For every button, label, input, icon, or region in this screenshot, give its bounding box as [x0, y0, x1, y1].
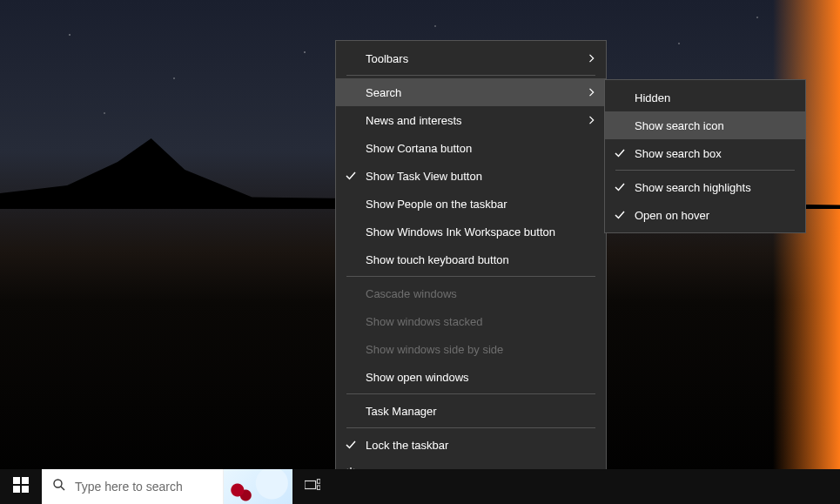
search-icon [52, 478, 66, 495]
menu-item-label: Show search box [635, 147, 722, 160]
task-view-button[interactable] [292, 469, 333, 504]
search-submenu: Hidden Show search icon Show search box … [604, 79, 806, 233]
menu-separator [346, 393, 595, 394]
menu-item-label: Show windows stacked [366, 315, 482, 328]
menu-item-search[interactable]: Search [336, 78, 606, 106]
menu-item-label: Task Manager [366, 405, 437, 418]
windows-logo-icon [13, 477, 29, 496]
menu-item-news-and-interests[interactable]: News and interests [336, 106, 606, 134]
svg-rect-4 [22, 486, 29, 493]
chevron-right-icon [588, 54, 595, 63]
menu-item-label: Show Cortana button [366, 142, 472, 155]
menu-item-label: News and interests [366, 114, 462, 127]
menu-item-toolbars[interactable]: Toolbars [336, 44, 606, 72]
menu-item-show-windows-side-by-side: Show windows side by side [336, 335, 606, 363]
svg-rect-7 [305, 481, 316, 489]
checkmark-icon [345, 439, 357, 451]
menu-item-cascade-windows: Cascade windows [336, 279, 606, 307]
menu-item-lock-taskbar[interactable]: Lock the taskbar [336, 431, 606, 459]
menu-separator [346, 75, 595, 76]
menu-item-label: Cascade windows [366, 287, 457, 300]
menu-item-show-people[interactable]: Show People on the taskbar [336, 190, 606, 218]
svg-rect-8 [317, 480, 320, 484]
menu-item-show-ink-workspace[interactable]: Show Windows Ink Workspace button [336, 218, 606, 245]
start-button[interactable] [0, 469, 42, 504]
taskbar-context-menu: Toolbars Search News and interests Show … [335, 40, 607, 491]
menu-item-label: Show open windows [366, 371, 469, 384]
menu-item-label: Hidden [635, 91, 670, 104]
taskbar: Type here to search [0, 469, 840, 504]
menu-item-label: Show Windows Ink Workspace button [366, 225, 555, 239]
svg-rect-2 [22, 477, 29, 484]
menu-item-task-manager[interactable]: Task Manager [336, 397, 606, 425]
svg-rect-1 [13, 477, 20, 484]
checkmark-icon [614, 209, 626, 221]
menu-item-label: Show windows side by side [366, 343, 503, 356]
menu-item-show-cortana-button[interactable]: Show Cortana button [336, 134, 606, 162]
submenu-item-hidden[interactable]: Hidden [605, 84, 805, 111]
checkmark-icon [345, 170, 357, 182]
menu-item-label: Show Task View button [366, 170, 482, 183]
menu-separator [346, 427, 595, 428]
menu-item-show-task-view-button[interactable]: Show Task View button [336, 162, 606, 190]
search-highlights-art[interactable] [223, 469, 292, 504]
taskbar-search-box[interactable]: Type here to search [42, 469, 292, 504]
menu-item-show-touch-keyboard[interactable]: Show touch keyboard button [336, 245, 606, 273]
task-view-icon [305, 479, 320, 494]
submenu-item-show-search-box[interactable]: Show search box [605, 139, 805, 167]
search-placeholder: Type here to search [75, 480, 183, 494]
checkmark-icon [614, 147, 626, 159]
menu-item-label: Show search highlights [635, 181, 751, 194]
menu-separator [615, 170, 795, 171]
menu-item-label: Show search icon [635, 119, 724, 132]
menu-item-show-windows-stacked: Show windows stacked [336, 307, 606, 335]
chevron-right-icon [588, 116, 595, 124]
menu-item-show-open-windows[interactable]: Show open windows [336, 363, 606, 391]
menu-item-label: Show touch keyboard button [366, 253, 509, 266]
svg-point-5 [54, 480, 62, 487]
menu-item-label: Toolbars [366, 52, 408, 65]
menu-item-label: Open on hover [635, 209, 709, 222]
checkmark-icon [614, 181, 626, 193]
svg-line-6 [61, 487, 64, 490]
chevron-right-icon [588, 88, 595, 97]
svg-rect-9 [317, 486, 320, 490]
svg-rect-3 [13, 486, 20, 493]
menu-item-label: Show People on the taskbar [366, 198, 507, 211]
submenu-item-show-search-highlights[interactable]: Show search highlights [605, 173, 805, 201]
menu-item-label: Search [366, 86, 401, 99]
submenu-item-show-search-icon[interactable]: Show search icon [605, 111, 805, 139]
menu-item-label: Lock the taskbar [366, 439, 448, 452]
menu-separator [346, 276, 595, 277]
submenu-item-open-on-hover[interactable]: Open on hover [605, 201, 805, 229]
